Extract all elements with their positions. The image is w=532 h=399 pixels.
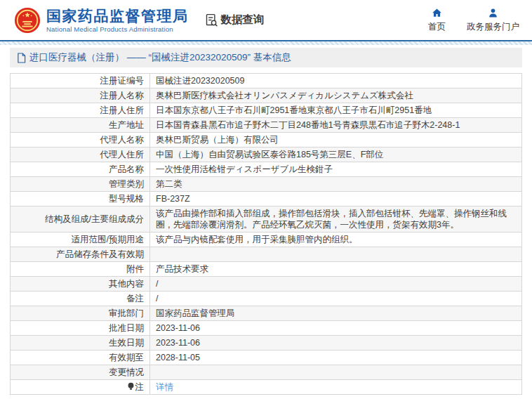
org-title-block: 国家药品监督管理局 National Medical Products Admi… [46, 8, 189, 33]
field-label: 产品名称 [11, 162, 150, 177]
field-label: 备注 [11, 292, 150, 306]
table-row: 变更情况 [11, 365, 522, 380]
field-value: 第二类 [150, 177, 522, 192]
field-value: 中国（上海）自由贸易试验区泰谷路185号第三层E、F部位 [150, 148, 522, 162]
breadcrumb: 进口医疗器械（注册） —— “国械注进20232020509” 基本信息 [10, 48, 522, 67]
note-label: 注 [135, 382, 145, 392]
table-row: 管理类别 第二类 [11, 177, 522, 192]
header-hatch-band [0, 41, 532, 45]
field-value: 奥林巴斯医疗株式会社オリンパスメディカルシステムズ株式会社 [150, 89, 522, 103]
field-label: 管理类别 [11, 177, 150, 192]
document-icon [17, 53, 26, 63]
field-label: 其他内容 [11, 277, 150, 292]
field-label: 适用范围/预期用途 [11, 233, 150, 247]
field-value: 详情 [150, 380, 522, 395]
registration-info-table: 注册证编号 国械注进20232020509 注册人名称 奥林巴斯医疗株式会社オリ… [10, 73, 522, 395]
table-row: 其他内容 / [11, 277, 522, 292]
field-label: 注册证编号 [11, 74, 150, 89]
data-query-nav[interactable]: 数据查询 [204, 13, 265, 27]
field-label: 审批部门 [11, 306, 150, 321]
table-row: 产品储存条件及有效期 [11, 247, 522, 262]
table-row: 结构及组成/主要组成成分 该产品由操作部和插入部组成，操作部包括滑块，插入部包括… [11, 207, 522, 233]
org-subtitle: National Medical Products Administration [46, 25, 189, 33]
field-label: 生产地址 [11, 118, 150, 133]
field-value: 国家药品监督管理局 [150, 306, 522, 321]
field-label: 产品储存条件及有效期 [11, 247, 150, 262]
table-row: 生效日期 2023-11-06 [11, 336, 522, 351]
field-value: 一次性使用活检钳ディスポーザブル生検鉗子 [150, 162, 522, 177]
table-row: 代理人住所 中国（上海）自由贸易试验区泰谷路185号第三层E、F部位 [11, 148, 522, 162]
nav-portal-label: 政务服务门户 [467, 21, 519, 33]
nav-gov-portal[interactable]: 政务服务门户 [467, 7, 519, 33]
national-emblem-icon [14, 7, 41, 34]
data-query-label: 数据查询 [221, 13, 265, 27]
note-icon [128, 382, 134, 391]
field-value: / [150, 277, 522, 292]
field-label: 附件 [11, 262, 150, 277]
field-value: 国械注进20232020509 [150, 74, 522, 89]
org-title: 国家药品监督管理局 [46, 8, 189, 25]
field-label: 注 [11, 380, 150, 395]
table-row: 备注 / [11, 292, 522, 306]
field-label: 有效期至 [11, 351, 150, 365]
field-value: 日本国东京都八王子市石川町2951番地東京都八王子市石川町2951番地 [150, 103, 522, 118]
table-row: 生产地址 日本国青森县黑石市追子野木二丁目248番地1号青森県黒石市追子野木2-… [11, 118, 522, 133]
home-icon [431, 7, 443, 19]
header-nav: 首页 政务服务门户 [428, 7, 519, 33]
table-row: 有效期至 2028-11-05 [11, 351, 522, 365]
field-value: 2023-11-06 [150, 336, 522, 351]
document-search-icon [204, 13, 219, 27]
table-row: 代理人名称 奥林巴斯贸易（上海）有限公司 [11, 133, 522, 148]
table-row: 批准日期 2023-11-06 [11, 321, 522, 336]
field-label: 批准日期 [11, 321, 150, 336]
table-row: 型号规格 FB-237Z [11, 192, 522, 207]
field-value: 2028-11-05 [150, 351, 522, 365]
page-title: 进口医疗器械（注册） —— “国械注进20232020509” 基本信息 [29, 51, 291, 64]
field-value: 该产品与内镜配套使用，用于采集胰胆管内的组织。 [150, 233, 522, 247]
field-label: 结构及组成/主要组成成分 [11, 207, 150, 233]
table-row: 适用范围/预期用途 该产品与内镜配套使用，用于采集胰胆管内的组织。 [11, 233, 522, 247]
table-row: 注册人名称 奥林巴斯医疗株式会社オリンパスメディカルシステムズ株式会社 [11, 89, 522, 103]
main-content: 进口医疗器械（注册） —— “国械注进20232020509” 基本信息 注册证… [10, 48, 522, 395]
header: 国家药品监督管理局 National Medical Products Admi… [0, 0, 532, 40]
person-icon [487, 7, 499, 19]
table-row: 附件 产品技术要求 [11, 262, 522, 277]
field-value: 该产品由操作部和插入部组成，操作部包括滑块，插入部包括钳杯、先端罩、操作钢丝和线… [150, 207, 522, 233]
field-label: 变更情况 [11, 365, 150, 380]
table-row: 审批部门 国家药品监督管理局 [11, 306, 522, 321]
table-row: 注册证编号 国械注进20232020509 [11, 74, 522, 89]
field-value: / [150, 292, 522, 306]
field-value [150, 247, 522, 262]
field-label: 型号规格 [11, 192, 150, 207]
field-value: 产品技术要求 [150, 262, 522, 277]
field-label: 代理人住所 [11, 148, 150, 162]
nav-home-label: 首页 [428, 21, 446, 33]
field-value: 日本国青森县黑石市追子野木二丁目248番地1号青森県黒石市追子野木2-248-1 [150, 118, 522, 133]
table-row: 注册人住所 日本国东京都八王子市石川町2951番地東京都八王子市石川町2951番… [11, 103, 522, 118]
field-value: 奥林巴斯贸易（上海）有限公司 [150, 133, 522, 148]
field-value: FB-237Z [150, 192, 522, 207]
details-link[interactable]: 详情 [156, 382, 173, 392]
field-label: 生效日期 [11, 336, 150, 351]
table-row-note: 注 详情 [11, 380, 522, 395]
field-label: 代理人名称 [11, 133, 150, 148]
nav-home[interactable]: 首页 [428, 7, 446, 33]
field-label: 注册人住所 [11, 103, 150, 118]
field-value [150, 365, 522, 380]
field-label: 注册人名称 [11, 89, 150, 103]
field-value: 2023-11-06 [150, 321, 522, 336]
table-row: 产品名称 一次性使用活检钳ディスポーザブル生検鉗子 [11, 162, 522, 177]
